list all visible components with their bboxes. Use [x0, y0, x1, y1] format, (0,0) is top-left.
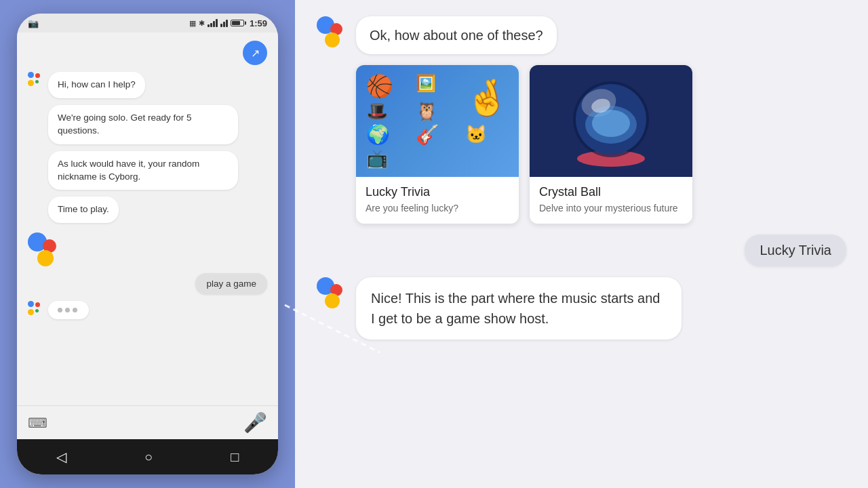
recents-button[interactable]: □ — [231, 449, 239, 465]
panel-assistant-logo — [317, 16, 348, 47]
svg-point-7 — [592, 110, 630, 137]
phone-mockup: 📷 ▦ ✱ 1:59 — [0, 0, 295, 488]
user-msg-row: play a game — [28, 273, 267, 294]
share-icon: ↗ — [251, 47, 260, 60]
microphone-icon[interactable]: 🎤 — [243, 411, 267, 434]
crystal-ball-svg — [557, 70, 665, 172]
lucky-trivia-desc: Are you feeling lucky? — [366, 202, 509, 214]
emoji-top-hat: 🎩 — [366, 102, 410, 120]
emoji-globe: 🌍 — [366, 125, 410, 144]
phone-screen: 📷 ▦ ✱ 1:59 — [17, 14, 278, 474]
greeting-bubble: Hi, how can I help? — [48, 72, 145, 98]
msg-bubble-1: We're going solo. Get ready for 5 questi… — [48, 105, 238, 144]
battery-icon — [231, 20, 244, 26]
emoji-basketball: 🏀 — [366, 75, 410, 97]
typing-dot-2 — [65, 308, 70, 312]
share-btn-row: ↗ — [28, 41, 267, 65]
typing-row — [28, 301, 267, 319]
lucky-emoji-grid: 🏀 🖼️ 🤞 🎩 🦉 🌍 🎸 🐱 📺 — [357, 66, 519, 177]
phone-chat-area: ↗ Hi, how can I help? We're g — [17, 33, 278, 405]
panel-response-bubble: Nice! This is the part where the music s… — [356, 277, 682, 340]
video-cam-icon: 📷 — [28, 18, 39, 28]
msg-row-3: Time to play. — [28, 197, 267, 223]
crystal-ball-content: Crystal Ball Delve into your mysterious … — [530, 177, 692, 224]
right-chat-panel: Ok, how about one of these? 🏀 🖼️ 🤞 🎩 🦉 🌍… — [295, 0, 868, 488]
msg-bubble-3: Time to play. — [48, 197, 119, 223]
signal-bars — [208, 19, 218, 27]
home-button[interactable]: ○ — [144, 449, 153, 465]
crystal-ball-image — [530, 65, 692, 177]
msg-bubble-2: As luck would have it, your random nickn… — [48, 151, 238, 190]
panel-response-row: Nice! This is the part where the music s… — [317, 277, 846, 340]
emoji-tv: 📺 — [366, 150, 410, 167]
assistant-logo-big — [28, 232, 62, 266]
lucky-trivia-card[interactable]: 🏀 🖼️ 🤞 🎩 🦉 🌍 🎸 🐱 📺 Lucky Trivia Are you … — [356, 65, 519, 224]
crystal-ball-desc: Delve into your mysterious future — [539, 202, 683, 214]
emoji-guitar: 🎸 — [416, 125, 460, 144]
nav-bar: ◁ ○ □ — [17, 439, 278, 474]
input-bar: ⌨ 🎤 — [17, 405, 278, 439]
greeting-row: Hi, how can I help? — [28, 72, 267, 98]
keyboard-icon[interactable]: ⌨ — [28, 415, 47, 431]
status-bar-right: ▦ ✱ 1:59 — [189, 18, 267, 28]
wifi-icon — [220, 19, 228, 27]
msg-row-2: As luck would have it, your random nickn… — [28, 151, 267, 190]
share-button[interactable]: ↗ — [243, 41, 267, 65]
typing-dot-1 — [58, 308, 62, 312]
emoji-owl: 🦉 — [416, 102, 460, 120]
panel-assistant-logo-2 — [317, 277, 348, 308]
crystal-ball-title: Crystal Ball — [539, 185, 683, 199]
crystal-ball-card[interactable]: Crystal Ball Delve into your mysterious … — [530, 65, 692, 224]
lucky-trivia-image: 🏀 🖼️ 🤞 🎩 🦉 🌍 🎸 🐱 📺 — [356, 65, 519, 177]
lucky-trivia-content: Lucky Trivia Are you feeling lucky? — [356, 177, 519, 224]
typing-dot-3 — [73, 308, 77, 312]
status-bar: 📷 ▦ ✱ 1:59 — [17, 14, 278, 33]
lucky-trivia-title: Lucky Trivia — [366, 185, 509, 199]
panel-greeting-bubble: Ok, how about one of these? — [356, 16, 557, 54]
panel-greeting-row: Ok, how about one of these? — [317, 16, 846, 54]
emoji-cat: 🐱 — [465, 125, 509, 144]
panel-user-row: Lucky Trivia — [317, 235, 846, 266]
bluetooth-icon: ✱ — [199, 19, 205, 28]
back-button[interactable]: ◁ — [56, 449, 66, 465]
crystal-ball-visual — [530, 65, 692, 177]
emoji-picture: 🖼️ — [416, 75, 460, 97]
assistant-logo-small-2 — [28, 301, 43, 316]
user-bubble: play a game — [195, 273, 267, 294]
assistant-logo-small — [28, 72, 43, 87]
panel-user-bubble: Lucky Trivia — [745, 235, 846, 266]
time-display: 1:59 — [250, 18, 267, 28]
cast-icon: ▦ — [189, 19, 196, 28]
status-bar-left: 📷 — [28, 18, 39, 28]
emoji-fingers-crossed: 🤞 — [465, 75, 509, 120]
msg-row-1: We're going solo. Get ready for 5 questi… — [28, 105, 267, 144]
cards-row: 🏀 🖼️ 🤞 🎩 🦉 🌍 🎸 🐱 📺 Lucky Trivia Are you … — [356, 65, 846, 224]
typing-indicator — [48, 301, 89, 319]
